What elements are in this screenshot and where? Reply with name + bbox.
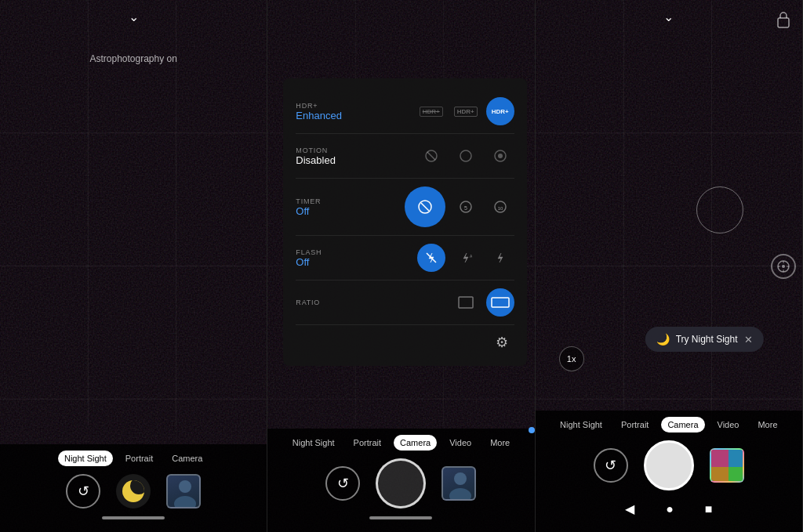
hdr-settings-row: HDR+ Enhanced HDR+ HDR+ HDR+ xyxy=(296,89,514,134)
tab-camera-2[interactable]: Camera xyxy=(394,435,437,451)
flash-label-group: FLASH Off xyxy=(296,248,416,268)
svg-line-13 xyxy=(427,152,435,160)
tab-video-2[interactable]: Video xyxy=(443,435,478,451)
flash-category: FLASH xyxy=(296,248,416,256)
svg-rect-43 xyxy=(729,450,744,467)
ratio-label-group: RATIO xyxy=(296,299,451,306)
bottom-bar-3: Night Sight Portrait Camera Video More ↺ xyxy=(536,411,802,532)
svg-text:10: 10 xyxy=(497,206,503,211)
zoom-indicator: 1x xyxy=(559,346,590,371)
night-sight-icon-1[interactable] xyxy=(116,474,151,508)
svg-point-28 xyxy=(449,488,471,501)
hdr-auto-option[interactable]: HDR+ xyxy=(452,97,480,125)
recent-button[interactable]: ■ xyxy=(705,502,713,516)
controls-row-1: ↺ xyxy=(0,469,267,513)
svg-rect-45 xyxy=(729,467,744,483)
top-chevron-3[interactable]: ⌄ xyxy=(663,9,674,24)
home-indicator-1 xyxy=(102,516,165,519)
tooltip-text: Try Night Sight xyxy=(676,334,738,345)
ratio-settings-row: RATIO xyxy=(296,280,514,325)
timer-options: 5 10 xyxy=(405,186,514,227)
tab-night-sight-1[interactable]: Night Sight xyxy=(58,451,113,466)
svg-rect-44 xyxy=(711,467,729,483)
back-button[interactable]: ◀ xyxy=(625,501,634,516)
panel-settings: HDR+ Enhanced HDR+ HDR+ HDR+ MOTION Disa… xyxy=(267,0,535,532)
svg-point-6 xyxy=(174,496,196,508)
flip-icon-1: ↺ xyxy=(78,483,89,500)
flip-button-1[interactable]: ↺ xyxy=(66,474,100,508)
flip-button-3[interactable]: ↺ xyxy=(594,448,628,483)
panel-camera: ⌄ 🌙 Try Night Sight ✕ 1x Night Sight xyxy=(536,0,803,532)
home-indicator-2 xyxy=(369,516,432,519)
compass-icon[interactable] xyxy=(771,254,796,279)
motion-settings-row: MOTION Disabled xyxy=(296,134,514,179)
tab-camera-1[interactable]: Camera xyxy=(165,451,209,466)
zoom-level-button[interactable]: 1x xyxy=(559,346,584,371)
ratio-options xyxy=(452,288,514,317)
hdr-enhanced-option[interactable]: HDR+ xyxy=(486,97,514,125)
motion-auto-option[interactable] xyxy=(452,142,480,170)
flip-button-2[interactable]: ↺ xyxy=(325,466,360,501)
flash-settings-row: FLASH Off A xyxy=(296,236,514,280)
shutter-button-3[interactable] xyxy=(644,440,694,490)
motion-off-option[interactable] xyxy=(417,142,445,170)
blue-dot-indicator xyxy=(529,427,535,433)
ratio-16-9-option[interactable] xyxy=(486,288,514,317)
flip-icon-3: ↺ xyxy=(605,457,616,474)
gallery-thumb-3[interactable] xyxy=(710,448,744,483)
timer-category: TIMER xyxy=(296,197,404,205)
tooltip-moon-icon: 🌙 xyxy=(656,333,670,346)
svg-text:5: 5 xyxy=(464,205,467,211)
tab-more-3[interactable]: More xyxy=(751,417,783,432)
tab-portrait-1[interactable]: Portrait xyxy=(119,451,159,466)
moon-icon-1 xyxy=(122,480,144,502)
tab-video-3[interactable]: Video xyxy=(711,417,746,432)
flash-off-option[interactable] xyxy=(417,244,445,272)
night-sight-tooltip: 🌙 Try Night Sight ✕ xyxy=(645,327,764,352)
svg-rect-25 xyxy=(459,297,473,308)
bottom-bar-2: Night Sight Portrait Camera Video More ↺ xyxy=(267,429,534,532)
flash-on-option[interactable] xyxy=(486,244,514,272)
mode-tabs-2: Night Sight Portrait Camera Video More xyxy=(267,429,534,454)
tab-camera-3[interactable]: Camera xyxy=(661,417,704,432)
svg-rect-34 xyxy=(778,18,789,27)
controls-row-2: ↺ xyxy=(267,454,534,513)
motion-value: Disabled xyxy=(296,154,416,166)
controls-row-3: ↺ xyxy=(536,436,802,495)
timer-off-option[interactable] xyxy=(405,186,445,227)
svg-point-5 xyxy=(179,480,191,493)
flash-value: Off xyxy=(296,256,416,268)
svg-line-18 xyxy=(421,203,429,211)
lock-icon[interactable] xyxy=(776,11,791,31)
settings-gear-button[interactable]: ⚙ xyxy=(489,330,514,355)
svg-rect-26 xyxy=(492,298,509,307)
svg-rect-42 xyxy=(711,450,729,467)
hdr-options: HDR+ HDR+ HDR+ xyxy=(417,97,514,125)
timer-settings-row: TIMER Off 5 10 xyxy=(296,179,514,236)
gallery-thumb-1[interactable] xyxy=(166,474,201,508)
tab-night-sight-2[interactable]: Night Sight xyxy=(286,435,341,451)
flip-icon-2: ↺ xyxy=(337,475,349,492)
gallery-thumb-2[interactable] xyxy=(441,466,476,501)
motion-on-option[interactable] xyxy=(486,142,514,170)
home-button[interactable]: ● xyxy=(666,502,674,516)
tab-portrait-3[interactable]: Portrait xyxy=(615,417,655,432)
svg-point-36 xyxy=(782,265,785,268)
tab-more-2[interactable]: More xyxy=(484,435,516,451)
tab-portrait-2[interactable]: Portrait xyxy=(347,435,387,451)
motion-options xyxy=(417,142,514,170)
mode-tabs-1: Night Sight Portrait Camera xyxy=(0,444,267,469)
tab-night-sight-3[interactable]: Night Sight xyxy=(554,417,609,432)
ratio-4-3-option[interactable] xyxy=(452,288,480,317)
shutter-button-2[interactable] xyxy=(376,458,426,508)
tooltip-close-button[interactable]: ✕ xyxy=(744,334,753,346)
flash-auto-option[interactable]: A xyxy=(452,244,480,272)
ratio-category: RATIO xyxy=(296,299,451,306)
timer-10s-option[interactable]: 10 xyxy=(486,193,514,221)
timer-5s-option[interactable]: 5 xyxy=(452,193,480,221)
hdr-off-option[interactable]: HDR+ xyxy=(417,97,445,125)
timer-label-group: TIMER Off xyxy=(296,197,404,217)
top-chevron[interactable]: ⌄ xyxy=(129,9,139,24)
flash-options: A xyxy=(417,244,514,272)
panel-night-sight: ⌄ Astrophotography on Night Sight Portra… xyxy=(0,0,267,532)
